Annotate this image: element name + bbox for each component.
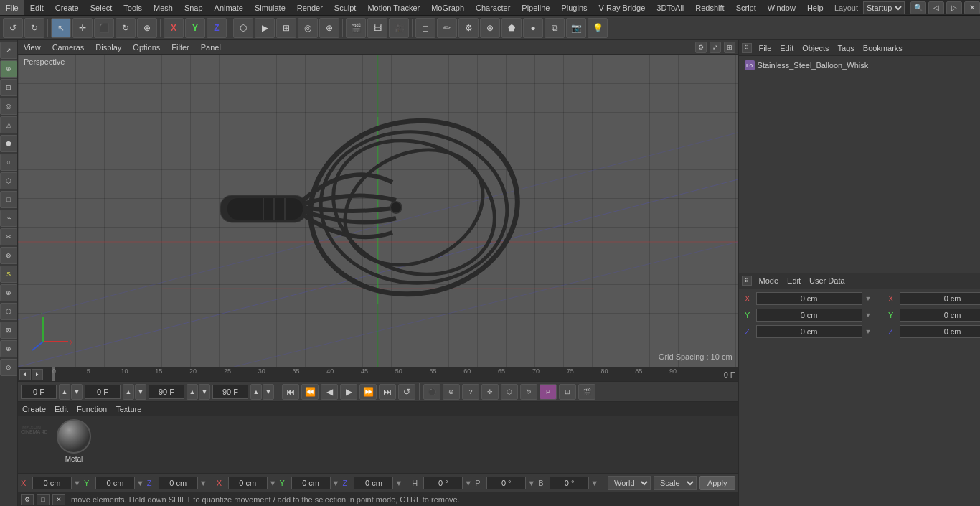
am-x-input[interactable] (756, 292, 862, 305)
menu-3dtoall[interactable]: 3DToAll (651, 0, 689, 15)
frame-preview-input[interactable] (212, 385, 248, 399)
am-zr-input[interactable] (900, 325, 980, 338)
transform-tool[interactable]: ⊕ (137, 18, 157, 38)
b-input[interactable] (550, 477, 589, 489)
mat-texture[interactable]: Texture (114, 405, 143, 413)
play-forward-button[interactable]: ▶ (340, 384, 357, 400)
frame-start-down[interactable]: ▼ (71, 384, 83, 400)
obj-key-button[interactable]: ⬡ (501, 384, 518, 400)
om-objects[interactable]: Objects (801, 44, 830, 52)
move-tool[interactable]: ✛ (72, 18, 93, 38)
menu-character[interactable]: Character (470, 0, 516, 15)
apply-button[interactable]: Apply (699, 476, 735, 490)
scale-dropdown[interactable]: Scale (654, 476, 697, 490)
left-tool-10[interactable]: ⌁ (0, 210, 17, 227)
x-rot-input[interactable] (228, 477, 268, 489)
vp-menu-options[interactable]: Options (130, 43, 163, 52)
menu-sculpt[interactable]: Sculpt (329, 0, 362, 15)
vp-menu-panel[interactable]: Panel (198, 43, 224, 52)
prev-frame-button[interactable]: ⏪ (301, 384, 319, 400)
menu-vray[interactable]: V-Ray Bridge (593, 0, 651, 15)
menu-simulate[interactable]: Simulate (249, 0, 291, 15)
grid-dots-button[interactable]: ⊡ (559, 384, 576, 400)
vp-menu-display[interactable]: Display (93, 43, 124, 52)
light-button[interactable]: 💡 (588, 18, 608, 38)
x-axis-button[interactable]: X (164, 18, 184, 38)
h-input[interactable] (423, 477, 463, 489)
edge-mode-button[interactable]: ⊞ (276, 18, 296, 38)
metal-ball[interactable] (57, 419, 91, 454)
frame-end-down[interactable]: ▼ (199, 384, 210, 400)
close-icon[interactable]: ✕ (964, 1, 980, 14)
om-edit[interactable]: Edit (778, 44, 795, 52)
frame-start-up[interactable]: ▲ (59, 384, 70, 400)
y-axis-button[interactable]: Y (185, 18, 205, 38)
layout-select[interactable]: Startup (863, 1, 905, 14)
menu-window[interactable]: Window (762, 0, 801, 15)
menu-mograph[interactable]: MoGraph (425, 0, 470, 15)
left-tool-14[interactable]: ⬡ (0, 303, 17, 320)
scale-tool[interactable]: ⬛ (94, 18, 114, 38)
world-dropdown[interactable]: World (608, 476, 651, 490)
uv-mode-button[interactable]: ⊕ (319, 18, 339, 38)
am-edit[interactable]: Edit (786, 276, 802, 285)
render-view-button[interactable]: 🎬 (346, 18, 366, 38)
frame-cur-down[interactable]: ▼ (135, 384, 146, 400)
status-icon-2[interactable]: □ (37, 494, 50, 505)
left-tool-s[interactable]: S (0, 266, 17, 283)
anim-button[interactable]: ↻ (520, 384, 537, 400)
go-start-button[interactable]: ⏮ (282, 384, 299, 400)
pen-button[interactable]: ✏ (437, 18, 457, 38)
frame-start-input[interactable] (21, 385, 57, 399)
vp-menu-cameras[interactable]: Cameras (50, 43, 88, 52)
mat-function[interactable]: Function (75, 405, 108, 413)
select-tool[interactable]: ↖ (51, 18, 71, 38)
z-axis-button[interactable]: Z (207, 18, 227, 38)
vp-expand-icon[interactable]: ⤢ (710, 42, 721, 53)
vp-fullscreen-icon[interactable]: ⊞ (724, 42, 735, 53)
om-tags[interactable]: Tags (837, 44, 856, 52)
cube-button[interactable]: ◻ (415, 18, 435, 38)
left-tool-6[interactable]: ⬟ (0, 135, 17, 152)
z-rot-input[interactable] (354, 477, 393, 489)
left-tool-5[interactable]: △ (0, 116, 17, 133)
x-pos-input[interactable] (32, 477, 72, 489)
om-bookmarks[interactable]: Bookmarks (862, 44, 904, 52)
status-icon-3[interactable]: ✕ (52, 494, 65, 505)
menu-tools[interactable]: Tools (118, 0, 148, 15)
bend-button[interactable]: ⊕ (480, 18, 500, 38)
menu-create[interactable]: Create (50, 0, 85, 15)
search-icon[interactable]: 🔍 (910, 1, 926, 14)
am-z-input[interactable] (756, 325, 862, 338)
ruler-left-icon[interactable]: ⏴ (19, 369, 31, 380)
key-button[interactable]: ⚫ (423, 384, 440, 400)
deformer-button[interactable]: ⬟ (501, 18, 522, 38)
menu-animate[interactable]: Animate (209, 0, 249, 15)
frame-prev-down[interactable]: ▼ (263, 384, 274, 400)
am-yr-input[interactable] (900, 309, 980, 322)
auto-key-button[interactable]: ⊕ (443, 384, 460, 400)
am-y-input[interactable] (756, 309, 862, 322)
menu-pipeline[interactable]: Pipeline (516, 0, 555, 15)
metal-material-item[interactable]: Metal (57, 419, 91, 463)
left-tool-9[interactable]: □ (0, 191, 17, 208)
menu-help[interactable]: Help (801, 0, 829, 15)
mat-edit[interactable]: Edit (53, 405, 70, 413)
left-tool-13[interactable]: ⊕ (0, 284, 17, 301)
polygon-mode-button[interactable]: ▶ (255, 18, 275, 38)
left-tool-15[interactable]: ⊠ (0, 322, 17, 339)
om-file[interactable]: File (758, 44, 773, 52)
grid-button[interactable]: ⧉ (545, 18, 565, 38)
am-mode[interactable]: Mode (758, 276, 781, 285)
camera-button[interactable]: 📷 (566, 18, 586, 38)
undo-button[interactable]: ↺ (3, 18, 23, 38)
frame-cur-up[interactable]: ▲ (123, 384, 134, 400)
key-settings-button[interactable]: ? (462, 384, 479, 400)
nav-forward-icon[interactable]: ▷ (946, 1, 962, 14)
menu-redshift[interactable]: Redshift (689, 0, 730, 15)
frame-current-input[interactable] (85, 385, 121, 399)
render-picture-button[interactable]: 🎞 (367, 18, 387, 38)
viewport-main[interactable]: Perspective Grid Spacing : 10 cm X Y Z (18, 55, 738, 367)
mat-create[interactable]: Create (21, 405, 47, 413)
menu-snap[interactable]: Snap (179, 0, 209, 15)
